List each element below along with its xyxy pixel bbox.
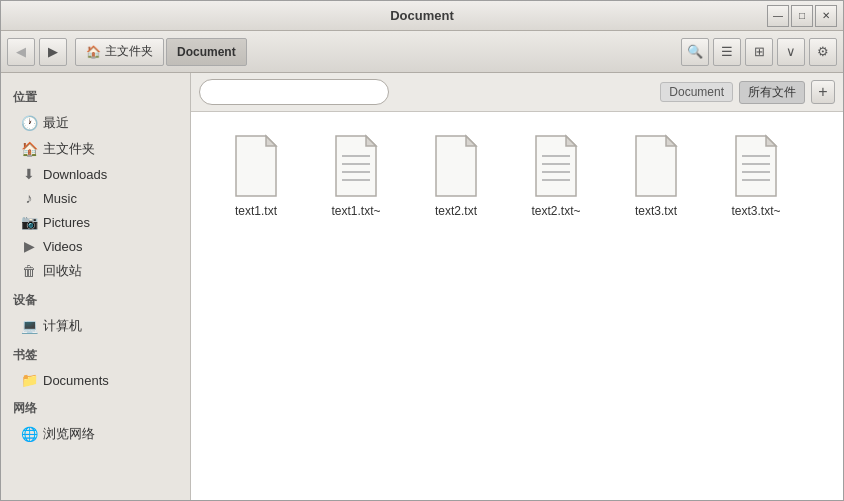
list-item[interactable]: text3.txt bbox=[611, 128, 701, 224]
breadcrumb-home-label: 主文件夹 bbox=[105, 43, 153, 60]
sidebar-item-label-home: 主文件夹 bbox=[43, 140, 95, 158]
music-icon: ♪ bbox=[21, 190, 37, 206]
list-icon: ☰ bbox=[721, 44, 733, 59]
list-item[interactable]: text3.txt~ bbox=[711, 128, 801, 224]
sidebar-item-browse-network[interactable]: 🌐浏览网络 bbox=[1, 421, 190, 447]
sidebar-item-label-documents: Documents bbox=[43, 373, 109, 388]
search-button[interactable]: 🔍 bbox=[681, 38, 709, 66]
search-input[interactable] bbox=[199, 79, 389, 105]
sidebar-item-label-videos: Videos bbox=[43, 239, 83, 254]
maximize-button[interactable]: □ bbox=[791, 5, 813, 27]
sidebar-section-label: 书签 bbox=[1, 339, 190, 368]
downloads-icon: ⬇ bbox=[21, 166, 37, 182]
sidebar-item-label-music: Music bbox=[43, 191, 77, 206]
svg-marker-11 bbox=[566, 136, 576, 146]
svg-marker-1 bbox=[266, 136, 276, 146]
window-controls: — □ ✕ bbox=[767, 5, 837, 27]
sidebar-section-label: 网络 bbox=[1, 392, 190, 421]
sidebar-section-label: 设备 bbox=[1, 284, 190, 313]
forward-button[interactable]: ▶ bbox=[39, 38, 67, 66]
sidebar-item-label-trash: 回收站 bbox=[43, 262, 82, 280]
list-view-button[interactable]: ☰ bbox=[713, 38, 741, 66]
list-item[interactable]: text1.txt~ bbox=[311, 128, 401, 224]
main-area: 位置🕐最近🏠主文件夹⬇Downloads♪Music📷Pictures▶Vide… bbox=[1, 73, 843, 500]
close-button[interactable]: ✕ bbox=[815, 5, 837, 27]
window-title: Document bbox=[390, 8, 454, 23]
search-wrapper: 🔍 bbox=[199, 79, 654, 105]
computer-icon: 💻 bbox=[21, 318, 37, 334]
sidebar-item-label-browse-network: 浏览网络 bbox=[43, 425, 95, 443]
sidebar-section-label: 位置 bbox=[1, 81, 190, 110]
pictures-icon: 📷 bbox=[21, 214, 37, 230]
sidebar-item-computer[interactable]: 💻计算机 bbox=[1, 313, 190, 339]
file-name: text3.txt bbox=[635, 204, 677, 218]
file-icon bbox=[230, 134, 282, 198]
svg-marker-19 bbox=[766, 136, 776, 146]
add-filter-button[interactable]: + bbox=[811, 80, 835, 104]
svg-marker-17 bbox=[666, 136, 676, 146]
file-icon bbox=[430, 134, 482, 198]
home-icon: 🏠 bbox=[86, 45, 101, 59]
grid-icon: ⊞ bbox=[754, 44, 765, 59]
toolbar: ◀ ▶ 🏠 主文件夹 Document 🔍 ☰ ⊞ ∨ ⚙ bbox=[1, 31, 843, 73]
list-item[interactable]: text2.txt bbox=[411, 128, 501, 224]
breadcrumb-home[interactable]: 🏠 主文件夹 bbox=[75, 38, 164, 66]
file-name: text1.txt~ bbox=[331, 204, 380, 218]
sidebar-item-label-computer: 计算机 bbox=[43, 317, 82, 335]
svg-marker-3 bbox=[366, 136, 376, 146]
sidebar-item-videos[interactable]: ▶Videos bbox=[1, 234, 190, 258]
file-name: text2.txt~ bbox=[531, 204, 580, 218]
search-icon: 🔍 bbox=[687, 44, 703, 59]
list-item[interactable]: text1.txt bbox=[211, 128, 301, 224]
videos-icon: ▶ bbox=[21, 238, 37, 254]
svg-marker-9 bbox=[466, 136, 476, 146]
sidebar-item-pictures[interactable]: 📷Pictures bbox=[1, 210, 190, 234]
settings-icon: ⚙ bbox=[817, 44, 829, 59]
file-name: text1.txt bbox=[235, 204, 277, 218]
minimize-button[interactable]: — bbox=[767, 5, 789, 27]
breadcrumb-document[interactable]: Document bbox=[166, 38, 247, 66]
trash-icon: 🗑 bbox=[21, 263, 37, 279]
sidebar-item-trash[interactable]: 🗑回收站 bbox=[1, 258, 190, 284]
list-item[interactable]: text2.txt~ bbox=[511, 128, 601, 224]
file-name: text3.txt~ bbox=[731, 204, 780, 218]
sidebar-item-label-recent: 最近 bbox=[43, 114, 69, 132]
sidebar-item-music[interactable]: ♪Music bbox=[1, 186, 190, 210]
sidebar-item-downloads[interactable]: ⬇Downloads bbox=[1, 162, 190, 186]
sidebar-item-label-downloads: Downloads bbox=[43, 167, 107, 182]
file-icon bbox=[630, 134, 682, 198]
sort-icon: ∨ bbox=[786, 44, 796, 59]
all-files-filter[interactable]: 所有文件 bbox=[739, 81, 805, 104]
sidebar-item-label-pictures: Pictures bbox=[43, 215, 90, 230]
browse-network-icon: 🌐 bbox=[21, 426, 37, 442]
sort-button[interactable]: ∨ bbox=[777, 38, 805, 66]
file-grid: text1.txttext1.txt~text2.txttext2.txt~te… bbox=[191, 112, 843, 500]
file-icon bbox=[730, 134, 782, 198]
back-button[interactable]: ◀ bbox=[7, 38, 35, 66]
recent-icon: 🕐 bbox=[21, 115, 37, 131]
sidebar-item-documents[interactable]: 📁Documents bbox=[1, 368, 190, 392]
titlebar: Document — □ ✕ bbox=[1, 1, 843, 31]
file-name: text2.txt bbox=[435, 204, 477, 218]
file-icon bbox=[530, 134, 582, 198]
file-icon bbox=[330, 134, 382, 198]
breadcrumb: 🏠 主文件夹 Document bbox=[75, 38, 247, 66]
breadcrumb-document-label: Document bbox=[177, 45, 236, 59]
sidebar: 位置🕐最近🏠主文件夹⬇Downloads♪Music📷Pictures▶Vide… bbox=[1, 73, 191, 500]
sidebar-item-home[interactable]: 🏠主文件夹 bbox=[1, 136, 190, 162]
location-filter-tag[interactable]: Document bbox=[660, 82, 733, 102]
documents-icon: 📁 bbox=[21, 372, 37, 388]
home-icon: 🏠 bbox=[21, 141, 37, 157]
grid-view-button[interactable]: ⊞ bbox=[745, 38, 773, 66]
window: Document — □ ✕ ◀ ▶ 🏠 主文件夹 Document 🔍 ☰ ⊞ bbox=[0, 0, 844, 501]
filter-bar: 🔍 Document 所有文件 + bbox=[191, 73, 843, 112]
settings-button[interactable]: ⚙ bbox=[809, 38, 837, 66]
content-area: 🔍 Document 所有文件 + text1.txttext1.txt~tex… bbox=[191, 73, 843, 500]
sidebar-item-recent[interactable]: 🕐最近 bbox=[1, 110, 190, 136]
